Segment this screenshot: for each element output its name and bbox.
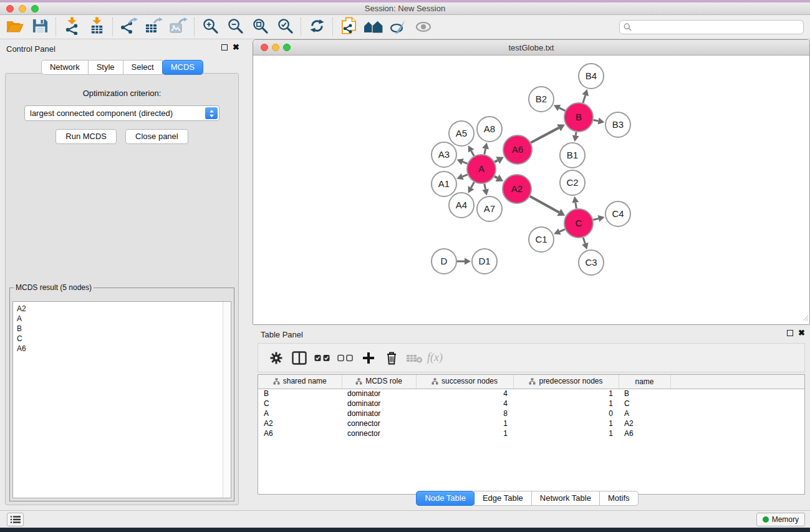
memory-button[interactable]: Memory bbox=[756, 513, 805, 526]
clear-checkboxes-icon[interactable] bbox=[334, 347, 357, 369]
cell-mcds-role[interactable]: connector bbox=[342, 418, 416, 428]
split-table-icon[interactable] bbox=[287, 347, 311, 369]
graph-edge-A-A4[interactable] bbox=[471, 182, 474, 188]
cell-mcds-role[interactable]: dominator bbox=[342, 409, 416, 418]
zoom-out-button[interactable] bbox=[223, 17, 248, 37]
table-row[interactable]: A2connector11A2 bbox=[258, 418, 804, 428]
graph-edge-B-B2[interactable] bbox=[559, 108, 566, 111]
graph-edge-C-C3[interactable] bbox=[583, 238, 585, 244]
tab-node-table[interactable]: Node Table bbox=[416, 491, 475, 506]
search-box[interactable] bbox=[619, 20, 804, 34]
tab-style[interactable]: Style bbox=[88, 60, 123, 75]
graph-edge-A2-C[interactable] bbox=[530, 196, 559, 213]
close-network-window-button[interactable] bbox=[261, 44, 268, 51]
column-header-successor-nodes[interactable]: successor nodes bbox=[416, 375, 513, 389]
tab-motifs[interactable]: Motifs bbox=[599, 491, 639, 506]
delete-table-icon[interactable] bbox=[403, 347, 426, 369]
cell-shared-name[interactable]: C bbox=[258, 399, 342, 409]
graph-edge-C-C2[interactable] bbox=[576, 203, 576, 209]
column-header-name[interactable]: name bbox=[619, 375, 670, 389]
graph-edge-A-A2[interactable] bbox=[494, 177, 498, 178]
graph-edge-A-A7[interactable] bbox=[485, 184, 486, 190]
graph-edge-B-B3[interactable] bbox=[594, 120, 599, 121]
cell-name[interactable]: C bbox=[619, 399, 670, 409]
mcds-result-item[interactable]: A bbox=[17, 314, 231, 324]
cell-predecessor-nodes[interactable]: 1 bbox=[513, 389, 619, 399]
float-table-panel-icon[interactable] bbox=[787, 330, 793, 336]
table-row[interactable]: Cdominator41C bbox=[258, 399, 804, 409]
optimization-criterion-select[interactable]: largest connected component (directed) bbox=[24, 105, 219, 121]
minimize-window-button[interactable] bbox=[19, 5, 26, 12]
refresh-button[interactable] bbox=[304, 17, 329, 37]
graph-edge-A-A8[interactable] bbox=[485, 148, 486, 154]
resize-grip-icon[interactable] bbox=[801, 312, 809, 324]
cell-successor-nodes[interactable]: 4 bbox=[416, 399, 513, 409]
export-table-button[interactable] bbox=[141, 17, 166, 37]
tab-mcds[interactable]: MCDS bbox=[162, 60, 203, 75]
table-row[interactable]: A6connector11A6 bbox=[258, 428, 804, 438]
open-session-button[interactable] bbox=[2, 17, 27, 37]
eye-icon[interactable] bbox=[411, 17, 436, 37]
column-header-predecessor-nodes[interactable]: predecessor nodes bbox=[513, 375, 619, 389]
close-panel-button[interactable]: Close panel bbox=[125, 129, 188, 144]
task-history-button[interactable] bbox=[7, 513, 24, 526]
cell-successor-nodes[interactable]: 1 bbox=[416, 418, 513, 428]
add-column-icon[interactable] bbox=[357, 347, 380, 369]
mcds-result-item[interactable]: A6 bbox=[17, 344, 231, 354]
cell-shared-name[interactable]: A bbox=[258, 409, 342, 418]
cell-predecessor-nodes[interactable]: 1 bbox=[513, 399, 619, 409]
save-session-button[interactable] bbox=[27, 17, 52, 37]
close-window-button[interactable] bbox=[6, 5, 14, 12]
cell-predecessor-nodes[interactable]: 1 bbox=[513, 428, 619, 438]
result-scrollbar[interactable] bbox=[223, 302, 231, 498]
float-panel-icon[interactable] bbox=[221, 44, 228, 51]
search-input[interactable] bbox=[634, 23, 799, 32]
close-table-panel-icon[interactable]: ✖ bbox=[798, 330, 805, 336]
tab-network[interactable]: Network bbox=[41, 60, 89, 75]
select-all-checkboxes-icon[interactable] bbox=[311, 347, 334, 369]
zoom-fit-button[interactable] bbox=[248, 17, 272, 37]
cell-name[interactable]: A6 bbox=[619, 428, 670, 438]
graph-edge-C-C4[interactable] bbox=[593, 218, 599, 220]
trash-icon[interactable] bbox=[380, 347, 403, 369]
cell-mcds-role[interactable]: dominator bbox=[342, 399, 416, 409]
cell-successor-nodes[interactable]: 1 bbox=[416, 428, 513, 438]
run-mcds-button[interactable]: Run MCDS bbox=[55, 129, 117, 144]
cell-name[interactable]: B bbox=[619, 389, 670, 399]
graph-edge-B-B1[interactable] bbox=[576, 132, 576, 136]
clone-network-button[interactable] bbox=[336, 17, 361, 37]
import-table-button[interactable] bbox=[84, 17, 109, 37]
table-row[interactable]: Adominator80A bbox=[258, 409, 804, 418]
close-panel-icon[interactable]: ✖ bbox=[233, 44, 239, 51]
graph-edge-A-A3[interactable] bbox=[463, 162, 468, 163]
gear-icon[interactable] bbox=[264, 347, 287, 369]
network-canvas[interactable]: B4B2BB3A8A5A6A3B1AA1C2A2A4A7C4CC1C3DD1 bbox=[253, 56, 809, 324]
export-image-button[interactable] bbox=[166, 17, 191, 37]
cell-shared-name[interactable]: B bbox=[258, 389, 342, 399]
cell-shared-name[interactable]: A6 bbox=[258, 428, 342, 438]
eye-pen-icon[interactable] bbox=[386, 17, 411, 37]
cell-mcds-role[interactable]: dominator bbox=[342, 389, 416, 399]
import-network-button[interactable] bbox=[59, 17, 84, 37]
column-header-shared-name[interactable]: shared name bbox=[258, 375, 342, 389]
cell-mcds-role[interactable]: connector bbox=[342, 428, 416, 438]
graph-edge-A6-B[interactable] bbox=[531, 128, 559, 143]
minimize-network-window-button[interactable] bbox=[272, 44, 279, 51]
cell-successor-nodes[interactable]: 4 bbox=[416, 389, 513, 399]
maximize-window-button[interactable] bbox=[31, 5, 39, 12]
cell-predecessor-nodes[interactable]: 0 bbox=[513, 409, 619, 418]
graph-edge-A-A1[interactable] bbox=[463, 175, 468, 177]
cell-name[interactable]: A bbox=[619, 409, 670, 418]
network-window-titlebar[interactable]: testGlobe.txt bbox=[253, 40, 809, 56]
tab-select[interactable]: Select bbox=[123, 60, 163, 75]
cell-successor-nodes[interactable]: 8 bbox=[416, 409, 513, 418]
export-network-button[interactable] bbox=[116, 17, 141, 37]
graph-edge-B-B4[interactable] bbox=[583, 95, 586, 103]
tab-network-table[interactable]: Network Table bbox=[531, 491, 600, 506]
table-row[interactable]: Bdominator41B bbox=[258, 389, 804, 399]
maximize-network-window-button[interactable] bbox=[283, 44, 291, 51]
column-header-mcds-role[interactable]: MCDS role bbox=[342, 375, 416, 389]
cell-shared-name[interactable]: A2 bbox=[258, 418, 342, 428]
graph-edge-A-A6[interactable] bbox=[494, 160, 498, 162]
graph-edge-A-A5[interactable] bbox=[471, 151, 475, 156]
